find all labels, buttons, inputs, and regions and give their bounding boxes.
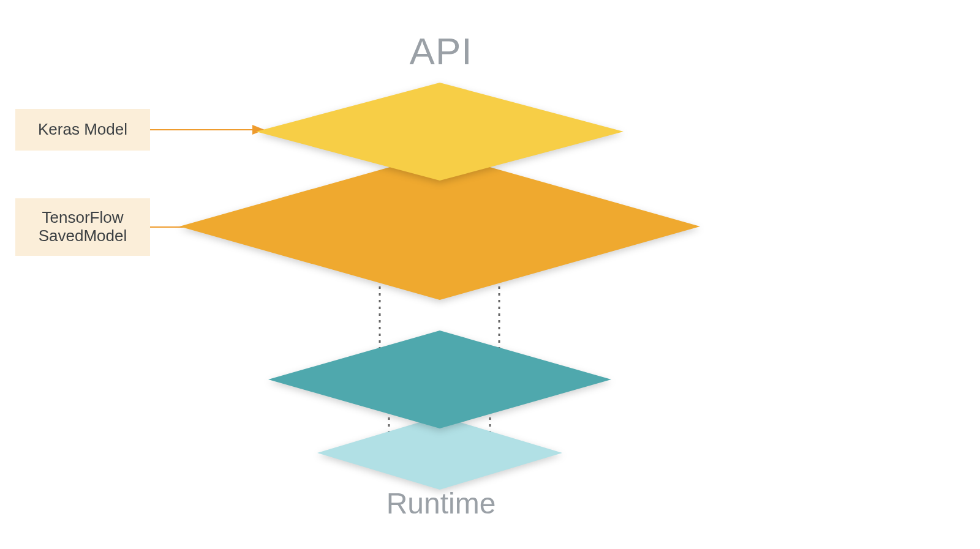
svg-marker-7 — [268, 331, 611, 428]
diagram-stage: API Runtime Keras Model TensorFlow Saved… — [0, 0, 980, 549]
diamond-layers-api — [256, 83, 624, 181]
diamond-browser — [268, 331, 611, 428]
svg-marker-9 — [256, 83, 624, 181]
